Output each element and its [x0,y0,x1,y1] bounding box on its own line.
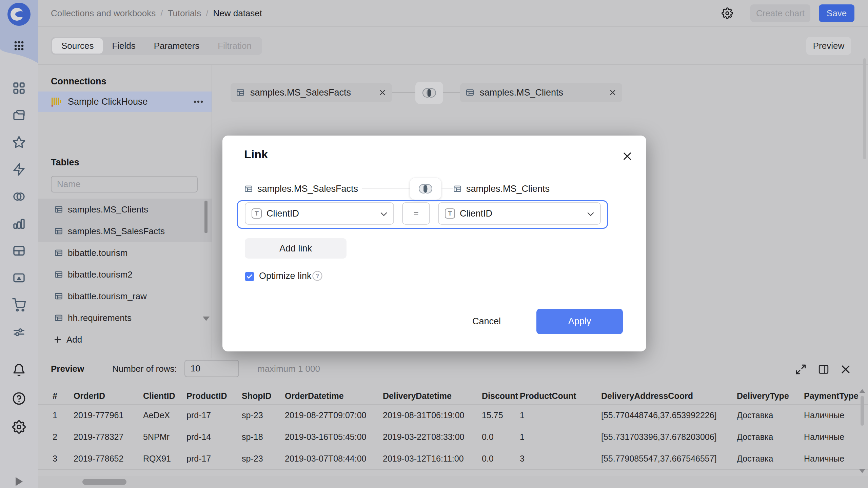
preview-toggle-button[interactable]: Preview [806,37,851,55]
table-cell: prd-14 [186,426,242,448]
datasets-venn-icon[interactable] [12,190,26,203]
table-name: hh.requirements [68,307,132,329]
remove-source-icon[interactable] [609,88,617,97]
favorites-star-icon[interactable] [12,136,26,149]
vertical-scrollbar-thumb[interactable] [861,396,864,426]
connection-menu-icon[interactable] [192,97,204,107]
table-list-item[interactable]: samples.MS_SalesFacts [38,220,212,242]
connection-item[interactable]: Sample ClickHouse [38,92,212,112]
tables-title: Tables [51,157,79,168]
left-field-value: ClientID [267,208,376,219]
source-node-salesfacts[interactable]: samples.MS_SalesFacts [231,83,392,102]
rows-count-input[interactable] [184,360,239,377]
optimize-link-checkbox[interactable] [245,272,254,281]
table-cell: 1 [520,426,601,448]
dialog-close-icon[interactable] [622,151,633,162]
link-dialog: Link samples.MS_SalesFacts samples.MS_Cl… [222,136,646,351]
inner-join-venn-icon [421,86,437,100]
tables-scroll-down-icon[interactable] [203,317,210,321]
field-type-string-icon: T [445,208,455,219]
create-chart-button[interactable]: Create chart [750,4,810,22]
join-type-button[interactable] [415,82,443,104]
operator-button[interactable]: = [402,202,430,225]
connection-name: Sample ClickHouse [68,92,148,112]
apps-grid-icon[interactable] [12,39,26,53]
charts-bar-icon[interactable] [12,217,26,230]
marketplace-cart-icon[interactable] [12,298,26,312]
collections-icon[interactable] [12,108,26,122]
table-name: bibattle.tourism2 [68,264,133,285]
table-list-item[interactable]: bibattle.tourism2 [38,264,212,285]
tables-divider [38,146,212,146]
table-cell: 2019-08-27T09:07:00 [285,404,383,426]
table-list-item[interactable]: bibattle.tourism_raw [38,285,212,307]
preview-expand-icon[interactable] [795,364,807,375]
preview-close-icon[interactable] [840,364,851,375]
right-field-select[interactable]: T ClientID [438,202,601,225]
breadcrumb-collections[interactable]: Collections and workbooks [51,8,156,19]
join-line [441,188,453,189]
table-icon [54,248,63,259]
table-cell: 2019-778327 [74,426,143,448]
dataset-settings-gear-icon[interactable] [722,7,733,19]
cancel-button[interactable]: Cancel [466,309,507,334]
table-cell: sp-18 [242,426,285,448]
inner-join-venn-icon [418,182,433,196]
horizontal-scrollbar-track[interactable] [38,476,868,488]
left-field-select[interactable]: T ClientID [245,202,394,225]
scroll-down-icon[interactable] [859,469,865,473]
table-cell: 3 [520,448,601,469]
table-cell: 2019-03-07T08:44:00 [285,448,383,469]
table-cell: Доставка [737,448,804,469]
preview-data-table: #OrderIDClientIDProductIDShopIDOrderDate… [38,388,868,470]
preview-layout-icon[interactable] [818,364,829,375]
rows-count-label: Number of rows: [112,358,177,379]
datalens-logo-icon[interactable] [7,2,31,26]
expand-sidebar-icon[interactable] [16,477,23,486]
service-settings-sliders-icon[interactable] [12,325,26,339]
tab-parameters[interactable]: Parameters [145,38,209,54]
question-circle-icon[interactable]: ? [312,270,323,281]
table-list-item[interactable]: bibattle.tourism [38,242,212,264]
connections-lightning-icon[interactable] [12,163,26,176]
table-list-item[interactable]: hh.requirements [38,307,212,329]
column-header: ShopID [242,388,285,404]
breadcrumb-current: New dataset [213,8,262,19]
column-header: ProductCount [520,388,601,404]
save-button[interactable]: Save [819,4,854,22]
header-divider [38,26,868,27]
add-table-button[interactable]: Add [38,329,212,350]
settings-gear-icon[interactable] [12,420,26,434]
join-line [362,188,410,189]
table-name: samples.MS_Clients [68,199,148,220]
column-header: PaymentType [804,388,868,404]
source-node-label: samples.MS_SalesFacts [250,83,351,102]
chevron-down-icon [380,211,387,216]
table-list-item[interactable]: samples.MS_Clients [38,199,212,220]
remove-source-icon[interactable] [378,88,387,97]
overview-grid-icon[interactable] [12,81,26,95]
breadcrumb-tutorials[interactable]: Tutorials [168,8,201,19]
table-icon [466,88,474,98]
help-icon[interactable] [12,392,26,405]
gallery-icon[interactable] [12,271,26,285]
table-cell: 15.75 [482,404,520,426]
add-link-button[interactable]: Add link [245,238,347,259]
dashboards-icon[interactable] [12,244,26,258]
canvas-scrollbar[interactable] [863,58,866,159]
column-header: ClientID [143,388,186,404]
tab-sources[interactable]: Sources [52,38,103,54]
table-cell: 1 [38,404,74,426]
source-node-clients[interactable]: samples.MS_Clients [460,83,622,102]
horizontal-scrollbar-thumb[interactable] [82,479,126,485]
apply-button[interactable]: Apply [536,309,623,334]
tables-scrollbar[interactable] [204,201,208,233]
table-row: 32019-778652RQX91prd-17sp-232019-03-07T0… [38,448,868,469]
scroll-up-icon[interactable] [859,389,865,393]
table-search-input[interactable] [51,176,198,192]
tab-fields[interactable]: Fields [103,38,144,54]
dataset-editor: Collections and workbooks / Tutorials / … [0,0,868,488]
table-cell: prd-17 [186,404,242,426]
notifications-bell-icon[interactable] [12,363,26,377]
join-type-button[interactable] [410,178,441,200]
